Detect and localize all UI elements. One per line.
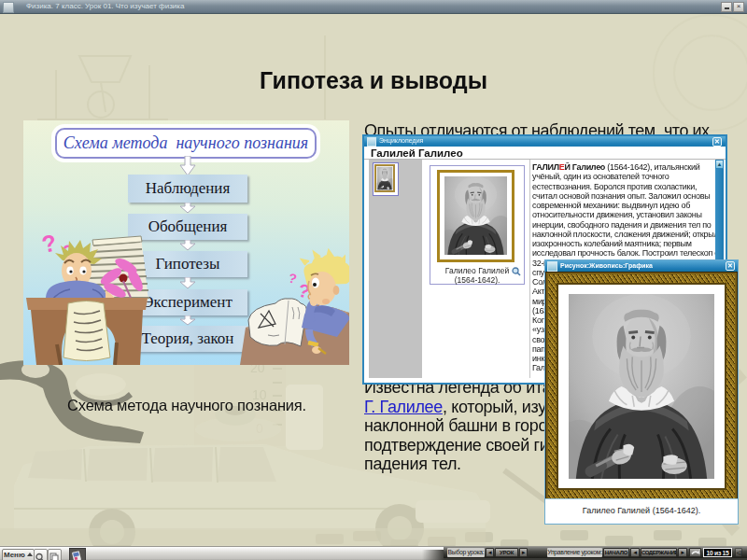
svg-text:?: ?	[287, 270, 298, 287]
